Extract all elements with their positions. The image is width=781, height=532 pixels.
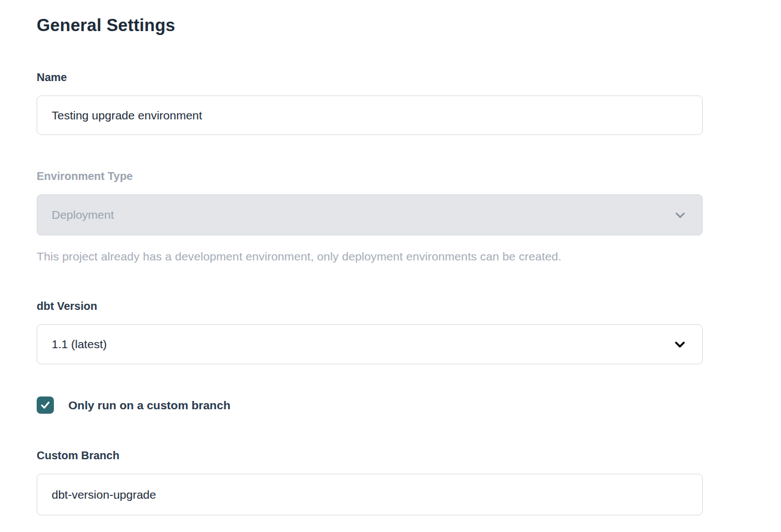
custom-branch-label: Custom Branch (37, 449, 703, 462)
dbt-version-field-group: dbt Version 1.1 (latest) (37, 300, 703, 364)
check-icon (39, 399, 51, 411)
general-settings-page: General Settings Name Environment Type D… (0, 0, 781, 532)
environment-type-select: Deployment (37, 194, 703, 235)
dbt-version-label: dbt Version (37, 300, 703, 313)
chevron-down-icon (673, 208, 688, 223)
environment-type-helper-text: This project already has a development e… (37, 250, 703, 263)
custom-branch-field-group: Custom Branch (37, 449, 703, 515)
environment-type-label: Environment Type (37, 170, 703, 183)
name-label: Name (37, 71, 703, 84)
custom-branch-input[interactable] (37, 474, 703, 515)
name-input[interactable] (37, 96, 703, 135)
custom-branch-checkbox-row: Only run on a custom branch (37, 397, 703, 414)
custom-branch-checkbox[interactable] (37, 397, 54, 414)
environment-type-field-group: Environment Type Deployment This project… (37, 170, 703, 263)
environment-type-value: Deployment (52, 208, 114, 222)
chevron-down-icon (672, 337, 688, 352)
settings-form: General Settings Name Environment Type D… (37, 16, 703, 515)
custom-branch-checkbox-label[interactable]: Only run on a custom branch (68, 399, 231, 412)
dbt-version-value: 1.1 (latest) (52, 338, 107, 351)
dbt-version-select[interactable]: 1.1 (latest) (37, 324, 703, 364)
name-field-group: Name (37, 71, 703, 135)
page-title: General Settings (37, 16, 703, 36)
